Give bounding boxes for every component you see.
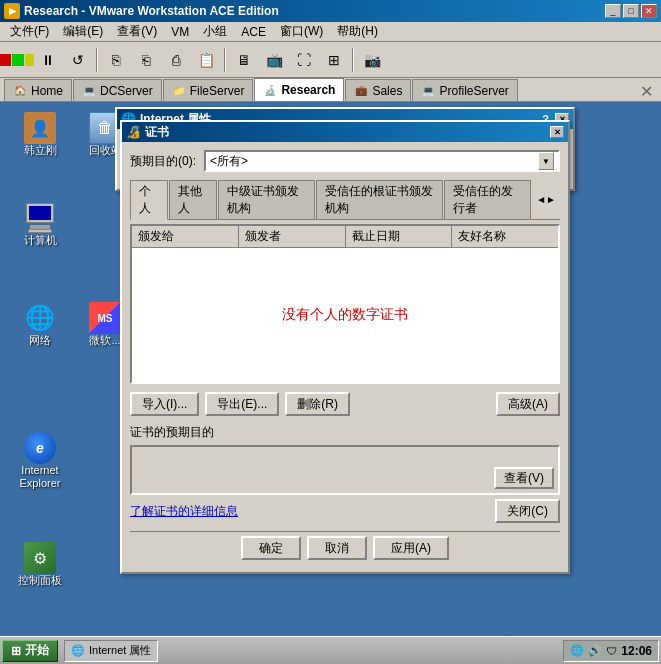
desktop-icon-ie[interactable]: e InternetExplorer <box>10 432 70 490</box>
maximize-button[interactable]: □ <box>623 4 639 18</box>
cert-title-left: 🔏 证书 <box>126 124 169 141</box>
cert-th-issued-to[interactable]: 颁发给 <box>132 226 239 247</box>
cert-th-friendly-name[interactable]: 友好名称 <box>452 226 558 247</box>
view-button[interactable]: 查看(V) <box>494 467 554 489</box>
tab-profileserver-label: ProfileServer <box>439 84 508 98</box>
tab-sales-label: Sales <box>372 84 402 98</box>
menu-view[interactable]: 查看(V) <box>111 21 163 42</box>
desktop-icon-ie-label: InternetExplorer <box>20 464 61 490</box>
start-label: 开始 <box>25 642 49 659</box>
toolbar-btn-6[interactable]: 📺 <box>260 46 288 74</box>
cert-bottom-buttons: 确定 取消 应用(A) <box>130 531 560 564</box>
toolbar-btn-1[interactable]: ⎘ <box>102 46 130 74</box>
cert-purpose-section-label: 证书的预期目的 <box>130 424 560 441</box>
taskbar-item-ie[interactable]: 🌐 Internet 属性 <box>64 640 158 662</box>
cert-tab-trusted-publisher[interactable]: 受信任的发行者 <box>444 180 531 219</box>
cert-dialog: 🔏 证书 ✕ 预期目的(0): <所有> ▼ <box>120 120 570 574</box>
toolbar-pause-btn[interactable]: ⏸ <box>34 46 62 74</box>
main-container: ▶ Research - VMware Workstation ACE Edit… <box>0 0 661 664</box>
cancel-button[interactable]: 取消 <box>307 536 367 560</box>
research-tab-icon: 🔬 <box>263 83 277 97</box>
tab-home[interactable]: 🏠 Home <box>4 79 72 101</box>
desktop-icon-network[interactable]: 🌐 网络 <box>10 302 70 347</box>
toolbar-btn-2[interactable]: ⎗ <box>132 46 160 74</box>
taskbar-ie-icon: 🌐 <box>71 644 85 657</box>
menu-ace[interactable]: ACE <box>235 23 272 41</box>
toolbar-btn-5[interactable]: 🖥 <box>230 46 258 74</box>
cert-tab-other[interactable]: 其他人 <box>169 180 217 219</box>
advanced-button[interactable]: 高级(A) <box>496 392 560 416</box>
ms-icon: MS <box>89 302 121 334</box>
cert-purpose-box: 查看(V) <box>130 445 560 495</box>
tab-bar: 🏠 Home 💻 DCServer 📁 FileServer 🔬 Researc… <box>0 78 661 102</box>
import-button[interactable]: 导入(I)... <box>130 392 199 416</box>
tab-research-label: Research <box>281 83 335 97</box>
close-button[interactable]: ✕ <box>641 4 657 18</box>
toolbar-btn-8[interactable]: ⊞ <box>320 46 348 74</box>
menu-file[interactable]: 文件(F) <box>4 21 55 42</box>
menu-vm[interactable]: VM <box>165 23 195 41</box>
cert-action-buttons: 导入(I)... 导出(E)... 删除(R) 高级(A) <box>130 392 560 416</box>
toolbar-btn-7[interactable]: ⛶ <box>290 46 318 74</box>
han-icon: 👤 <box>24 112 56 144</box>
toolbar-snapshot-btn[interactable]: 📷 <box>358 46 386 74</box>
cert-tab-personal[interactable]: 个人 <box>130 180 168 220</box>
menu-windows[interactable]: 窗口(W) <box>274 21 329 42</box>
toolbar-refresh-btn[interactable]: ↺ <box>64 46 92 74</box>
taskbar-items: 🌐 Internet 属性 <box>64 640 557 662</box>
window-title: Research - VMware Workstation ACE Editio… <box>24 4 279 18</box>
app-icon: ▶ <box>4 3 20 19</box>
toolbar-stop-btn[interactable] <box>4 46 32 74</box>
menu-team[interactable]: 小组 <box>197 21 233 42</box>
title-bar-left: ▶ Research - VMware Workstation ACE Edit… <box>4 3 279 19</box>
cert-tab-intermediate[interactable]: 中级证书颁发机构 <box>218 180 315 219</box>
title-bar: ▶ Research - VMware Workstation ACE Edit… <box>0 0 661 22</box>
toolbar-btn-3[interactable]: ⎙ <box>162 46 190 74</box>
cert-purpose-label: 预期目的(0): <box>130 153 196 170</box>
cert-tab-more: ◄ ► <box>532 180 560 219</box>
desktop-icon-hanligang[interactable]: 👤 韩立刚 <box>10 112 70 157</box>
cert-tab-trusted-root[interactable]: 受信任的根证书颁发机构 <box>316 180 443 219</box>
cert-purpose-select[interactable]: <所有> ▼ <box>204 150 560 172</box>
desktop-icon-controlpanel[interactable]: ⚙ 控制面板 <box>10 542 70 587</box>
no-cert-message: 没有个人的数字证书 <box>282 306 408 324</box>
cert-close-btn-2[interactable]: 关闭(C) <box>495 499 560 523</box>
toolbar-sep-1 <box>96 48 98 72</box>
desktop-icon-ms-label: 微软... <box>89 334 120 347</box>
tab-profileserver[interactable]: 💻 ProfileServer <box>412 79 517 101</box>
cert-purpose-value: <所有> <box>210 153 248 170</box>
tray-icon-network: 🌐 <box>570 644 584 657</box>
ok-button[interactable]: 确定 <box>241 536 301 560</box>
cert-link-row: 了解证书的详细信息 关闭(C) <box>130 499 560 523</box>
menu-edit[interactable]: 编辑(E) <box>57 21 109 42</box>
minimize-button[interactable]: _ <box>605 4 621 18</box>
remove-button[interactable]: 删除(R) <box>285 392 350 416</box>
taskbar: ⊞ 开始 🌐 Internet 属性 🌐 🔊 🛡 12:06 <box>0 636 661 664</box>
export-button[interactable]: 导出(E)... <box>205 392 279 416</box>
cert-th-issued-by[interactable]: 颁发者 <box>239 226 346 247</box>
cert-table-header: 颁发给 颁发者 截止日期 友好名称 <box>132 226 558 248</box>
cert-learn-link[interactable]: 了解证书的详细信息 <box>130 503 238 520</box>
desktop-icon-hanligang-label: 韩立刚 <box>24 144 57 157</box>
toolbar-btn-4[interactable]: 📋 <box>192 46 220 74</box>
tab-dcserver[interactable]: 💻 DCServer <box>73 79 162 101</box>
cert-dialog-title: 证书 <box>145 124 169 141</box>
tab-sales[interactable]: 💼 Sales <box>345 79 411 101</box>
menu-bar: 文件(F) 编辑(E) 查看(V) VM 小组 ACE 窗口(W) 帮助(H) <box>0 22 661 42</box>
cert-close-btn[interactable]: ✕ <box>550 126 564 138</box>
tab-research[interactable]: 🔬 Research <box>254 78 344 101</box>
menu-help[interactable]: 帮助(H) <box>331 21 384 42</box>
cert-th-expiry[interactable]: 截止日期 <box>346 226 453 247</box>
tab-fileserver[interactable]: 📁 FileServer <box>163 79 254 101</box>
tab-close-btn[interactable]: ✕ <box>640 82 653 101</box>
tab-scroll-right[interactable]: ► <box>546 194 556 205</box>
apply-button[interactable]: 应用(A) <box>373 536 449 560</box>
taskbar-tray: 🌐 🔊 🛡 12:06 <box>563 640 659 662</box>
cert-title-controls: ✕ <box>550 126 564 138</box>
cert-select-arrow[interactable]: ▼ <box>538 152 554 170</box>
cert-table-container: 颁发给 颁发者 截止日期 友好名称 没有个人的数字证书 <box>130 224 560 384</box>
tab-scroll-left[interactable]: ◄ <box>536 194 546 205</box>
start-button[interactable]: ⊞ 开始 <box>2 640 58 662</box>
desktop-icon-network-label: 网络 <box>29 334 51 347</box>
desktop-icon-computer[interactable]: 计算机 <box>10 202 70 247</box>
